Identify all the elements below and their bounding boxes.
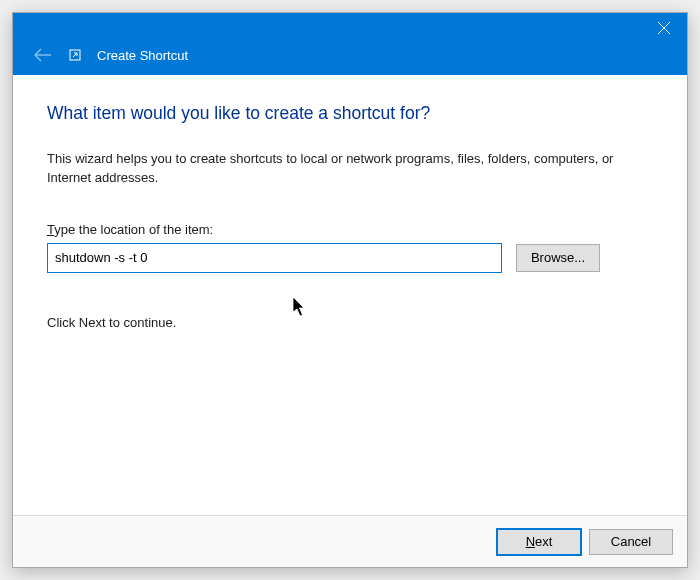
- titlebar-content: Create Shortcut: [33, 45, 188, 65]
- window-title: Create Shortcut: [97, 48, 188, 63]
- intro-text: This wizard helps you to create shortcut…: [47, 150, 647, 188]
- back-arrow-icon: [34, 48, 52, 62]
- close-button[interactable]: [641, 13, 687, 43]
- wizard-content: What item would you like to create a sho…: [13, 75, 687, 515]
- browse-button[interactable]: Browse...: [516, 244, 600, 272]
- location-row: Browse...: [47, 243, 653, 273]
- create-shortcut-wizard: Create Shortcut What item would you like…: [12, 12, 688, 568]
- page-heading: What item would you like to create a sho…: [47, 103, 653, 124]
- cancel-button[interactable]: Cancel: [589, 529, 673, 555]
- titlebar: Create Shortcut: [13, 13, 687, 75]
- close-icon: [658, 22, 670, 34]
- shortcut-icon: [67, 47, 83, 63]
- location-label: Type the location of the item:: [47, 222, 653, 237]
- continue-hint: Click Next to continue.: [47, 315, 653, 330]
- back-button: [33, 45, 53, 65]
- wizard-footer: Next Cancel: [13, 515, 687, 567]
- next-button[interactable]: Next: [497, 529, 581, 555]
- location-input[interactable]: [47, 243, 502, 273]
